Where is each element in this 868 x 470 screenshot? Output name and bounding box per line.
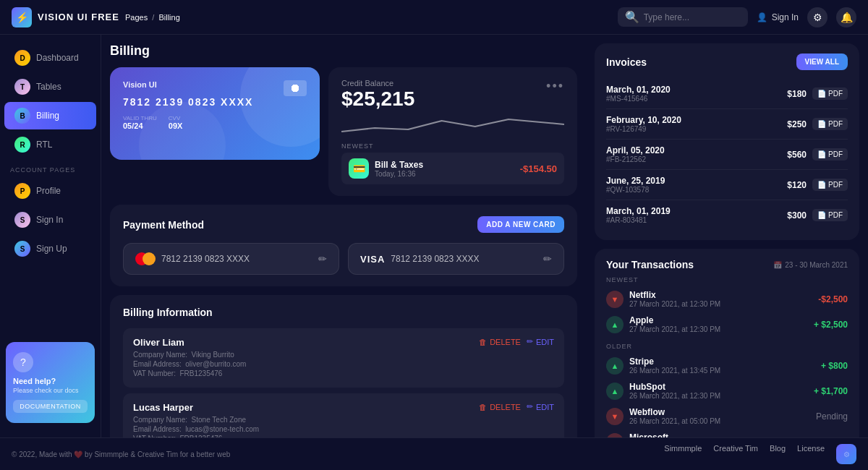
card-option-number-1: 7812 2139 0823 XXXX bbox=[161, 254, 250, 264]
footer-links: Simmmple Creative Tim Blog License ⚙ bbox=[664, 444, 856, 464]
tx-amount-apple: + $2,500 bbox=[814, 320, 848, 330]
invoice-date-4: June, 25, 2019 bbox=[606, 176, 665, 186]
tx-date-stripe: 26 March 2021, at 13:45 PM bbox=[629, 367, 720, 375]
sidebar-item-billing[interactable]: B Billing bbox=[4, 102, 96, 129]
tx-row-hubspot: ▲ HubSpot 26 March 2021, at 12:30 PM + $… bbox=[606, 378, 848, 403]
billing-entry-1-details: Oliver Liam Company Name: Viking Burrito… bbox=[133, 337, 246, 379]
card-details: VALID THRU 05/24 CVV 09X bbox=[123, 115, 307, 130]
sidebar-item-rtl[interactable]: R RTL bbox=[4, 131, 96, 158]
valid-thru-label: VALID THRU bbox=[123, 115, 157, 121]
invoice-date-1: March, 01, 2020 bbox=[606, 85, 671, 95]
sidebar-item-signin[interactable]: S Sign In bbox=[4, 206, 96, 234]
tx-name-apple: Apple bbox=[629, 315, 720, 325]
notifications-icon[interactable]: 🔔 bbox=[836, 7, 856, 27]
billing-email-1: Email Address: oliver@burrito.com bbox=[133, 360, 246, 368]
sign-in-link[interactable]: 👤 Sign In bbox=[757, 12, 799, 22]
view-all-invoices-button[interactable]: VIEW ALL bbox=[796, 54, 848, 70]
tx-name-netflix: Netflix bbox=[629, 290, 720, 300]
tx-row-webflow: ▼ Webflow 26 March 2021, at 05:00 PM Pen… bbox=[606, 403, 848, 429]
newest-item-title: Bill & Taxes bbox=[375, 160, 423, 170]
cvv-label: CVV bbox=[169, 115, 183, 121]
tx-amount-webflow: Pending bbox=[816, 411, 848, 422]
tx-date-webflow: 26 March 2021, at 05:00 PM bbox=[629, 417, 720, 425]
balance-menu-button[interactable]: ••• bbox=[546, 79, 564, 94]
delete-entry-2-button[interactable]: 🗑 DELETE bbox=[479, 403, 521, 411]
pdf-button-1[interactable]: 📄 PDF bbox=[812, 87, 848, 100]
payment-method-section: Payment Method ADD A NEW CARD 7812 2139 … bbox=[110, 205, 577, 286]
sidebar-item-dashboard[interactable]: D Dashboard bbox=[4, 44, 96, 72]
invoice-amount-5: $300 bbox=[787, 210, 807, 221]
tx-name-microsoft: Microsoft bbox=[629, 432, 720, 437]
invoice-date-5: March, 01, 2019 bbox=[606, 206, 671, 216]
invoice-date-2: February, 10, 2020 bbox=[606, 115, 681, 125]
app-name: VISION UI FREE bbox=[38, 12, 119, 22]
visa-icon: VISA bbox=[360, 254, 385, 265]
tx-amount-hubspot: + $1,700 bbox=[814, 386, 848, 396]
footer-settings-button[interactable]: ⚙ bbox=[836, 444, 856, 464]
payment-method-title: Payment Method bbox=[123, 219, 204, 231]
invoice-id-2: #RV-126749 bbox=[606, 125, 681, 133]
sidebar: D Dashboard T Tables B Billing R RTL ACC… bbox=[0, 35, 101, 437]
tx-row-netflix: ▼ Netflix 27 March 2021, at 12:30 PM -$2… bbox=[606, 286, 848, 312]
search-input[interactable] bbox=[644, 12, 741, 22]
pdf-button-4[interactable]: 📄 PDF bbox=[812, 179, 848, 191]
credit-card: Vision UI ⏺ 7812 2139 0823 XXXX VALID TH… bbox=[110, 67, 320, 160]
footer-link-simmmple[interactable]: Simmmple bbox=[664, 444, 702, 464]
documentation-button[interactable]: DOCUMENTATION bbox=[13, 400, 88, 413]
tx-name-hubspot: HubSpot bbox=[629, 382, 720, 392]
delete-entry-1-button[interactable]: 🗑 DELETE bbox=[479, 338, 521, 346]
sidebar-item-tables[interactable]: T Tables bbox=[4, 73, 96, 101]
tx-amount-netflix: -$2,500 bbox=[818, 294, 848, 304]
search-bar[interactable]: 🔍 bbox=[618, 7, 748, 27]
pdf-button-2[interactable]: 📄 PDF bbox=[812, 118, 848, 130]
page-title: Billing bbox=[110, 43, 577, 59]
invoice-id-5: #AR-803481 bbox=[606, 216, 671, 224]
invoices-header: Invoices VIEW ALL bbox=[606, 54, 848, 70]
topnav-right: 🔍 👤 Sign In ⚙ 🔔 bbox=[618, 7, 856, 27]
tx-row-apple: ▲ Apple 27 March 2021, at 12:30 PM + $2,… bbox=[606, 312, 848, 337]
billing-entry-2-details: Lucas Harper Company Name: Stone Tech Zo… bbox=[133, 402, 259, 437]
sidebar-help: ? Need help? Please check our docs DOCUM… bbox=[6, 342, 95, 423]
footer-link-creative-tim[interactable]: Creative Tim bbox=[713, 444, 758, 464]
footer-link-blog[interactable]: Blog bbox=[770, 444, 786, 464]
billing-actions-1: 🗑 DELETE ✏ EDIT bbox=[479, 337, 554, 346]
add-card-button[interactable]: ADD A NEW CARD bbox=[477, 216, 564, 233]
topnav: ⚡ VISION UI FREE Pages / Billing 🔍 👤 Sig… bbox=[0, 0, 868, 35]
invoice-id-1: #MS-415646 bbox=[606, 95, 671, 103]
card-number: 7812 2139 0823 XXXX bbox=[123, 96, 307, 108]
invoice-row-1: March, 01, 2020 #MS-415646 $180 📄 PDF bbox=[606, 79, 848, 109]
invoice-id-3: #FB-212562 bbox=[606, 155, 665, 163]
billing-info-section: Billing Information Oliver Liam Company … bbox=[110, 295, 577, 437]
tx-date-apple: 27 March 2021, at 12:30 PM bbox=[629, 325, 720, 333]
pdf-button-3[interactable]: 📄 PDF bbox=[812, 148, 848, 161]
billing-company-2: Company Name: Stone Tech Zone bbox=[133, 416, 259, 424]
card-chip: ⏺ bbox=[284, 80, 307, 96]
sidebar-avatar-signup: S bbox=[14, 241, 30, 257]
sidebar-avatar-dashboard: D bbox=[14, 50, 30, 66]
sidebar-item-profile[interactable]: P Profile bbox=[4, 177, 96, 205]
logo-icon: ⚡ bbox=[12, 7, 32, 27]
tx-icon-hubspot: ▲ bbox=[606, 383, 624, 400]
settings-icon[interactable]: ⚙ bbox=[807, 7, 827, 27]
edit-card-2-button[interactable]: ✏ bbox=[543, 253, 552, 265]
edit-entry-1-button[interactable]: ✏ EDIT bbox=[527, 337, 554, 346]
card-brand: Vision UI bbox=[123, 80, 307, 89]
tx-row-stripe: ▲ Stripe 26 March 2021, at 13:45 PM + $8… bbox=[606, 353, 848, 378]
invoice-amount-4: $120 bbox=[787, 180, 807, 190]
billing-vat-1: VAT Number: FRB1235476 bbox=[133, 369, 246, 377]
billing-info-title: Billing Information bbox=[123, 307, 213, 318]
edit-card-1-button[interactable]: ✏ bbox=[318, 253, 327, 265]
pdf-button-5[interactable]: 📄 PDF bbox=[812, 209, 848, 221]
invoice-row-4: June, 25, 2019 #QW-103578 $120 📄 PDF bbox=[606, 170, 848, 200]
newest-label: NEWEST bbox=[341, 142, 564, 150]
footer-link-license[interactable]: License bbox=[797, 444, 825, 464]
edit-entry-2-button[interactable]: ✏ EDIT bbox=[527, 402, 554, 411]
newest-item: 💳 Bill & Taxes Today, 16:36 -$154.50 bbox=[341, 153, 564, 184]
sidebar-item-signup[interactable]: S Sign Up bbox=[4, 235, 96, 262]
newest-item-amount: -$154.50 bbox=[520, 163, 557, 174]
card-option-mastercard: 7812 2139 0823 XXXX ✏ bbox=[123, 243, 339, 275]
invoices-box: Invoices VIEW ALL March, 01, 2020 #MS-41… bbox=[595, 43, 859, 240]
content-area: Billing Vision UI ⏺ 7812 2139 0823 XXXX … bbox=[101, 35, 586, 437]
transactions-header: Your Transactions 📅 23 - 30 March 2021 bbox=[606, 259, 848, 270]
footer-copyright: © 2022, Made with ❤️ by Simmmple & Creat… bbox=[12, 450, 230, 458]
